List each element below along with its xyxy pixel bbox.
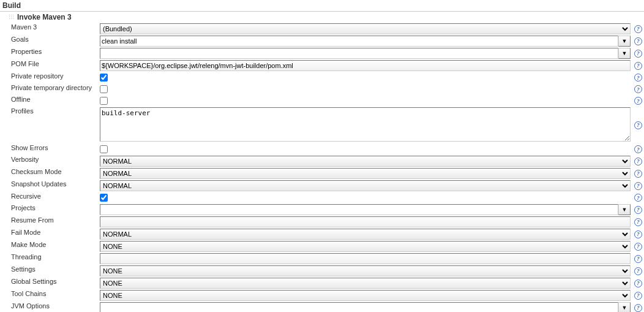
label-private-temp: Private temporary directory [0,83,98,95]
help-icon[interactable]: ? [634,304,642,312]
profiles-textarea[interactable]: build-server [100,107,631,142]
help-icon[interactable]: ? [634,85,642,93]
goals-dropdown-button[interactable]: ▼ [618,36,631,47]
section-title: Build [0,0,644,12]
help-icon[interactable]: ? [634,230,642,238]
properties-dropdown-button[interactable]: ▼ [618,48,631,59]
private-repo-checkbox[interactable] [100,74,108,82]
label-private-repo: Private repository [0,72,98,83]
label-checksum-mode: Checksum Mode [0,167,98,180]
label-global-settings: Global Settings [0,277,98,289]
help-icon[interactable]: ? [634,267,642,275]
checksum-mode-select[interactable]: NORMAL [100,168,631,179]
label-make-mode: Make Mode [0,240,98,253]
drag-handle-icon[interactable] [9,14,15,20]
snapshot-updates-select[interactable]: NORMAL [100,180,631,191]
verbosity-select[interactable]: NORMAL [100,156,631,167]
private-temp-checkbox[interactable] [100,85,108,93]
label-snapshot-updates: Snapshot Updates [0,180,98,192]
label-projects: Projects [0,204,98,216]
jvm-options-input[interactable] [100,302,618,312]
projects-input[interactable] [100,204,618,215]
projects-dropdown-button[interactable]: ▼ [618,204,631,215]
label-goals: Goals [0,35,98,47]
help-icon[interactable]: ? [634,255,642,263]
properties-input[interactable] [100,48,618,59]
build-step-header: Invoke Maven 3 [0,12,644,23]
help-icon[interactable]: ? [634,194,642,202]
pom-file-input[interactable] [100,60,631,71]
resume-from-input[interactable] [100,216,631,227]
label-pom-file: POM File [0,59,98,72]
label-settings: Settings [0,265,98,277]
help-icon[interactable]: ? [634,145,642,153]
tool-chains-select[interactable]: NONE [100,290,631,301]
help-icon[interactable]: ? [634,25,642,33]
subsection-title: Invoke Maven 3 [17,13,72,21]
offline-checkbox[interactable] [100,97,108,105]
recursive-checkbox[interactable] [100,194,108,202]
label-threading: Threading [0,253,98,265]
help-icon[interactable]: ? [634,280,642,287]
threading-input[interactable] [100,253,631,264]
help-icon[interactable]: ? [634,158,642,166]
help-icon[interactable]: ? [634,37,642,45]
goals-input[interactable] [100,36,618,47]
help-icon[interactable]: ? [634,182,642,190]
help-icon[interactable]: ? [634,243,642,251]
fail-mode-select[interactable]: NORMAL [100,229,631,240]
label-show-errors: Show Errors [0,143,98,155]
settings-select[interactable]: NONE [100,265,631,276]
label-profiles: Profiles [0,107,98,143]
label-verbosity: Verbosity [0,155,98,167]
help-icon[interactable]: ? [634,121,642,129]
maven3-select[interactable]: (Bundled) [100,23,631,34]
help-icon[interactable]: ? [634,206,642,214]
label-jvm-options: JVM Options [0,302,98,312]
help-icon[interactable]: ? [634,170,642,178]
help-icon[interactable]: ? [634,50,642,58]
help-icon[interactable]: ? [634,97,642,105]
global-settings-select[interactable]: NONE [100,278,631,289]
label-properties: Properties [0,47,98,59]
jvm-options-dropdown-button[interactable]: ▼ [618,302,631,312]
show-errors-checkbox[interactable] [100,145,108,153]
help-icon[interactable]: ? [634,74,642,82]
help-icon[interactable]: ? [634,292,642,300]
label-offline: Offline [0,95,98,107]
make-mode-select[interactable]: NONE [100,241,631,252]
label-maven3: Maven 3 [0,23,98,35]
help-icon[interactable]: ? [634,62,642,70]
label-recursive: Recursive [0,192,98,204]
label-fail-mode: Fail Mode [0,228,98,240]
label-tool-chains: Tool Chains [0,289,98,302]
label-resume-from: Resume From [0,216,98,228]
help-icon[interactable]: ? [634,218,642,226]
